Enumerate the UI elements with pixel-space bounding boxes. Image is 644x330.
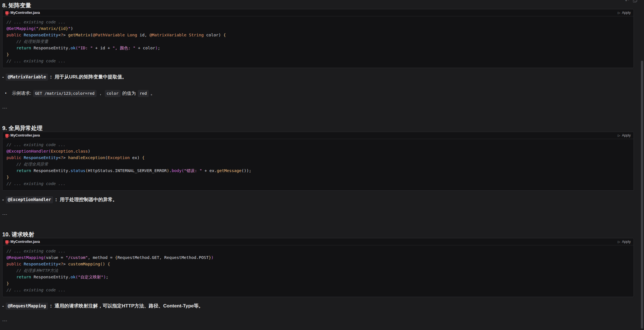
message-toolbar: ↶	[625, 0, 637, 4]
filename-label: MyController.java	[10, 133, 40, 137]
code-line: // 处理多种HTTP方法	[6, 267, 630, 274]
undo-icon[interactable]: ↶	[625, 0, 629, 4]
java-file-icon	[5, 11, 8, 14]
play-icon: ▷	[618, 240, 620, 244]
section-heading: 10. 请求映射	[2, 231, 632, 237]
apply-label: Apply	[622, 11, 631, 15]
chat-response-body: 8. 矩阵变量 MyController.java ▷ Apply // ...…	[0, 0, 635, 323]
play-icon: ▷	[618, 134, 620, 137]
code-line: // 处理矩阵变量	[6, 38, 630, 45]
inline-code-chip: @RequestMapping	[6, 303, 48, 310]
code-line: return ResponseEntity.status(HttpStatus.…	[6, 168, 630, 174]
code-body[interactable]: // ... existing code ...@ExceptionHandle…	[3, 139, 634, 190]
file-info: MyController.java	[5, 133, 40, 137]
code-line: @GetMapping("/matrix/{id}")	[6, 25, 630, 32]
code-block-exception: MyController.java ▷ Apply // ... existin…	[2, 132, 634, 191]
section-global-exception: 9. 全局异常处理 MyController.java ▷ Apply // .…	[2, 125, 632, 217]
filename-label: MyController.java	[10, 11, 40, 15]
code-line: @RequestMapping(value = "/custom", metho…	[6, 254, 630, 261]
section-matrix-variables: 8. 矩阵变量 MyController.java ▷ Apply // ...…	[2, 2, 632, 110]
inline-code-chip: color	[105, 90, 121, 97]
vertical-scrollbar[interactable]	[641, 61, 643, 329]
filename-label: MyController.java	[10, 240, 40, 244]
code-line: // ... existing code ...	[6, 58, 630, 64]
apply-button[interactable]: ▷ Apply	[618, 240, 631, 244]
apply-button[interactable]: ▷ Apply	[618, 11, 631, 15]
play-icon: ▷	[618, 11, 620, 15]
code-line: // 处理全局异常	[6, 161, 630, 168]
code-line: }	[6, 280, 630, 287]
section-request-mapping: 10. 请求映射 MyController.java ▷ Apply // ..…	[2, 231, 632, 323]
code-block-header: MyController.java ▷ Apply	[3, 132, 634, 139]
note-requestmapping: - @RequestMapping： 通用的请求映射注解，可以指定HTTP方法、…	[2, 303, 632, 310]
java-file-icon	[5, 134, 8, 137]
code-line: public ResponseEntity<?> customMapping()…	[6, 261, 630, 267]
section-heading: 9. 全局异常处理	[2, 125, 632, 131]
code-line: }	[6, 174, 630, 181]
code-line: // ... existing code ...	[6, 181, 630, 187]
file-info: MyController.java	[5, 11, 40, 15]
bullet-text: 示例请求: GET /matrix/123;color=red ， color …	[12, 91, 155, 96]
inline-code-chip: red	[138, 90, 149, 97]
code-line: // ... existing code ...	[6, 287, 630, 293]
code-line: public ResponseEntity<?> handleException…	[6, 155, 630, 161]
code-block-header: MyController.java ▷ Apply	[3, 238, 634, 245]
code-line: public ResponseEntity<?> getMatrix(@Path…	[6, 32, 630, 38]
inline-code-chip: @ExceptionHandler	[6, 196, 53, 203]
code-block-matrix: MyController.java ▷ Apply // ... existin…	[2, 9, 634, 68]
apply-label: Apply	[622, 133, 631, 137]
inline-code-chip: @MatrixVariable	[6, 74, 48, 81]
code-block-header: MyController.java ▷ Apply	[3, 9, 634, 16]
copy-icon[interactable]	[633, 0, 637, 2]
code-line: return ResponseEntity.ok("ID: " + id + "…	[6, 45, 630, 51]
code-line: }	[6, 51, 630, 58]
code-line: return ResponseEntity.ok("自定义映射");	[6, 274, 630, 280]
inline-code-chip: GET /matrix/123;color=red	[33, 90, 97, 97]
apply-button[interactable]: ▷ Apply	[618, 133, 631, 137]
section-heading: 8. 矩阵变量	[2, 2, 632, 8]
note-exceptionhandler: - @ExceptionHandler： 用于处理控制器中的异常。	[2, 196, 632, 203]
code-line: @ExceptionHandler(Exception.class)	[6, 148, 630, 155]
code-line: // ... existing code ...	[6, 248, 630, 254]
note-matrixvariable: - @MatrixVariable： 用于从URL的矩阵变量中提取值。	[2, 74, 632, 81]
bullet-example-request: • 示例请求: GET /matrix/123;color=red ， colo…	[2, 90, 632, 97]
markdown-divider: ---	[2, 212, 632, 217]
code-body[interactable]: // ... existing code ...@GetMapping("/ma…	[3, 16, 634, 68]
java-file-icon	[5, 240, 8, 243]
code-line: // ... existing code ...	[6, 19, 630, 25]
code-body[interactable]: // ... existing code ...@RequestMapping(…	[3, 245, 634, 297]
apply-label: Apply	[622, 240, 631, 244]
file-info: MyController.java	[5, 240, 40, 244]
bullet-dot: •	[5, 90, 6, 96]
markdown-divider: ---	[2, 318, 632, 323]
markdown-divider: ---	[2, 105, 632, 110]
code-line: // ... existing code ...	[6, 142, 630, 148]
code-block-requestmapping: MyController.java ▷ Apply // ... existin…	[2, 238, 634, 297]
